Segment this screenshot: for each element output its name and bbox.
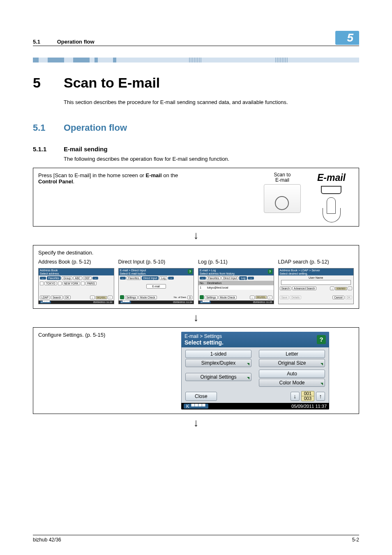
step2-col-label: Direct Input (p. 5-10) (118, 259, 194, 265)
header-section-num: 5.1 (33, 39, 55, 45)
chapter-intro: This section describes the procedure for… (64, 99, 359, 105)
subsection-number: 5.1.1 (33, 146, 64, 153)
step2-col-label: Log (p. 5-11) (198, 259, 274, 265)
flow-arrow-icon: ↓ (33, 311, 359, 324)
section-number: 5.1 (33, 123, 64, 133)
step2-caption: Specify the destination. (38, 250, 194, 256)
log-thumbnail: E-mail > LogSelect address from history.… (198, 268, 274, 304)
chapter-title: Scan to E-mail (64, 75, 160, 91)
close-button[interactable]: Close (185, 392, 217, 401)
address-book-thumbnail: Address BookSelect address. ←FavoritesGr… (38, 268, 114, 304)
settings-timestamp: 05/09/2011 11:37 (291, 404, 327, 409)
step2-col-label: Address Book (p. 5-12) (38, 259, 114, 265)
setting-original-settings[interactable]: Original Settings (185, 370, 251, 387)
decorative-bar (33, 58, 359, 62)
direct-input-thumbnail: E-mail > Direct InputSelect E-mail butto… (118, 268, 194, 304)
flow-step-1: Press [Scan to E-mail] in the home scree… (33, 168, 359, 227)
subsection-desc: The following describes the operation fl… (64, 156, 359, 162)
flow-arrow-icon: ↓ (33, 416, 359, 429)
step3-caption: Configure Settings. (p. 5-15) (38, 332, 141, 409)
page-down-button[interactable]: ↓ (291, 392, 300, 401)
scan-to-email-icon: Scan toE-mail (264, 172, 301, 213)
page-indicator: 001 003 (301, 391, 314, 401)
flow-step-2: Specify the destination. Address Book (p… (33, 245, 359, 309)
section-heading: 5.1 Operation flow (33, 123, 359, 133)
settings-title: E-mail > Settings (184, 333, 224, 339)
ldap-search-thumbnail: Address Book > LDAP > ServerSelect desir… (278, 268, 354, 304)
flow-step-3: Configure Settings. (p. 5-15) E-mail > S… (33, 327, 359, 414)
setting-color-mode[interactable]: Auto Color Mode (259, 370, 325, 387)
flow-arrow-icon: ↓ (33, 229, 359, 242)
step2-col-label: LDAP search (p. 5-12) (278, 259, 354, 265)
footer-page-number: 5-2 (352, 537, 359, 543)
settings-panel: E-mail > Settings Select setting. ? 1-si… (181, 332, 329, 409)
footer-model: bizhub 42/36 (33, 537, 61, 543)
step1-caption: Press [Scan to E-mail] in the home scree… (38, 172, 194, 185)
subsection-title: E-mail sending (64, 146, 108, 153)
chapter-badge: 5 (335, 31, 359, 45)
settings-subtitle: Select setting. (184, 339, 224, 346)
setting-simplex-duplex[interactable]: 1-sided Simplex/Duplex (185, 350, 251, 367)
chapter-number: 5 (33, 75, 64, 91)
chapter-heading: 5 Scan to E-mail (33, 75, 359, 91)
header-section-title: Operation flow (57, 39, 95, 45)
email-hardware-button: E-mail (317, 172, 346, 222)
page-header: 5.1 Operation flow 5 (33, 31, 359, 46)
help-icon[interactable]: ? (317, 335, 326, 344)
subsection-heading: 5.1.1 E-mail sending (33, 146, 359, 153)
section-title: Operation flow (64, 123, 127, 133)
page-up-button[interactable]: ↑ (316, 392, 325, 401)
settings-pager: ↓ 001 003 ↑ (291, 391, 325, 401)
finger-press-icon (321, 197, 341, 222)
setting-original-size[interactable]: Letter Original Size (259, 350, 325, 367)
page-footer: bizhub 42/36 5-2 (33, 535, 359, 543)
